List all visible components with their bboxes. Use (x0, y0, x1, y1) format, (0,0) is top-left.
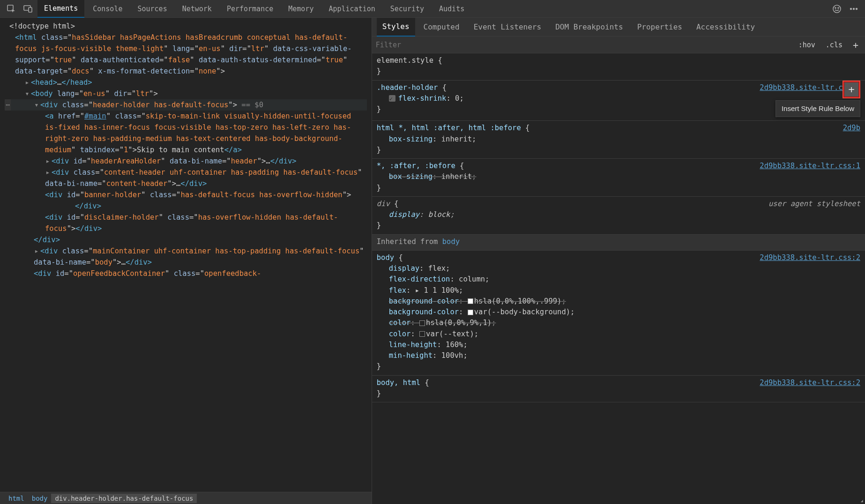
color-swatch[interactable] (468, 310, 473, 315)
crumb-body[interactable]: body (28, 494, 52, 503)
svg-point-6 (850, 8, 852, 9)
svg-point-3 (833, 5, 841, 13)
filter-bar: :hov .cls + ◢ (372, 37, 865, 53)
color-swatch[interactable] (419, 320, 425, 326)
color-swatch[interactable] (419, 331, 425, 337)
devtools-tabbar: Elements Console Sources Network Perform… (0, 0, 865, 18)
crumb-html[interactable]: html (5, 494, 28, 503)
subtab-styles[interactable]: Styles (377, 18, 415, 37)
style-rules[interactable]: element.style {}2d9bb338.site-ltr.css:2.… (372, 53, 865, 504)
tab-memory[interactable]: Memory (282, 0, 320, 17)
filter-input[interactable] (376, 41, 791, 49)
checkbox-icon[interactable] (389, 95, 395, 102)
source-link[interactable]: 2d9bb338.site-ltr.css:2 (760, 252, 860, 263)
subtab-computed[interactable]: Computed (418, 18, 465, 36)
style-rule[interactable]: 2d9bb338.site-ltr.css:2body {display: fl… (372, 251, 865, 376)
style-rule[interactable]: user agent stylesheetdiv {display: block… (372, 197, 865, 235)
insert-rule-button[interactable]: + (843, 82, 859, 97)
subtab-dom-breakpoints[interactable]: DOM Breakpoints (550, 18, 629, 36)
tab-elements[interactable]: Elements (37, 0, 84, 18)
tab-console[interactable]: Console (86, 0, 129, 17)
tab-performance[interactable]: Performance (220, 0, 280, 17)
svg-rect-2 (29, 7, 32, 12)
subtab-event-listeners[interactable]: Event Listeners (468, 18, 547, 36)
styles-subtabs: Styles Computed Event Listeners DOM Brea… (372, 18, 865, 37)
style-rule[interactable]: 2d9bhtml *, html :after, html :before {b… (372, 121, 865, 159)
style-rule[interactable]: Inherited from body (372, 235, 865, 251)
style-rule[interactable]: 2d9bb338.site-ltr.css:1*, :after, :befor… (372, 159, 865, 197)
inspect-icon[interactable] (4, 1, 19, 16)
svg-point-5 (838, 7, 839, 8)
tab-sources[interactable]: Sources (131, 0, 173, 17)
svg-point-8 (856, 8, 858, 9)
feedback-icon[interactable] (829, 1, 844, 16)
subtab-properties[interactable]: Properties (632, 18, 688, 36)
tab-audits[interactable]: Audits (432, 0, 471, 17)
subtab-accessibility[interactable]: Accessibility (691, 18, 761, 36)
style-rule[interactable]: 2d9bb338.site-ltr.css:2.header-holder {f… (372, 81, 865, 121)
svg-point-4 (835, 7, 836, 8)
tab-network[interactable]: Network (176, 0, 218, 17)
source-link[interactable]: 2d9b (843, 123, 860, 133)
cls-toggle[interactable]: .cls (823, 41, 845, 49)
tooltip: Insert Style Rule Below (776, 100, 860, 118)
style-rule[interactable]: 2d9bb338.site-ltr.css:2body, html {} (372, 376, 865, 403)
new-rule-icon[interactable]: + (850, 39, 861, 51)
hov-toggle[interactable]: :hov (796, 41, 818, 49)
ua-label: user agent stylesheet (768, 199, 860, 209)
crumb-selected[interactable]: div.header-holder.has-default-focus (51, 494, 197, 503)
breadcrumb: html body div.header-holder.has-default-… (0, 492, 372, 504)
style-rule[interactable]: element.style {} (372, 53, 865, 81)
source-link[interactable]: 2d9bb338.site-ltr.css:2 (760, 378, 860, 388)
color-swatch[interactable] (468, 298, 473, 304)
tab-application[interactable]: Application (322, 0, 381, 17)
source-link[interactable]: 2d9bb338.site-ltr.css:1 (760, 161, 860, 171)
svg-point-7 (853, 8, 855, 9)
tab-security[interactable]: Security (384, 0, 431, 17)
device-toggle-icon[interactable] (21, 1, 36, 16)
more-icon[interactable] (846, 1, 861, 16)
dom-tree[interactable]: <!doctype html> <html class="hasSidebar … (0, 18, 372, 492)
